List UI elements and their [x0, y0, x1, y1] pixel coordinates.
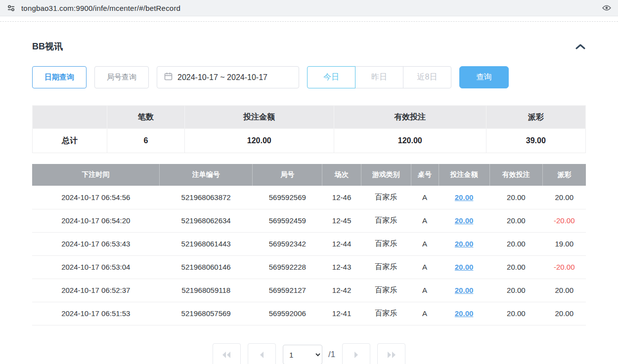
header-session: 场次	[322, 164, 361, 186]
eye-icon[interactable]	[602, 4, 611, 11]
summary-header-payout: 派彩	[486, 106, 585, 129]
session-cell: 12-45	[322, 209, 361, 232]
payout-cell: -20.00	[543, 209, 586, 232]
game-type-cell: 百家乐	[361, 186, 411, 209]
quick-range-group: 今日 昨日 近8日	[307, 66, 451, 88]
table-no-cell: A	[411, 279, 439, 302]
next-page-button[interactable]	[342, 343, 370, 364]
date-range-value: 2024-10-17 ~ 2024-10-17	[177, 73, 267, 82]
summary-valid-bet-value: 120.00	[334, 129, 486, 153]
table-row: 2024-10-17 06:54:20 521968062634 5695924…	[32, 209, 586, 232]
first-page-button[interactable]	[213, 343, 241, 364]
header-round-id: 局号	[253, 164, 322, 186]
page-total: /1	[328, 350, 335, 360]
prev-page-button[interactable]	[248, 343, 276, 364]
bet-time-cell: 2024-10-17 06:53:43	[32, 232, 160, 255]
header-valid-bet: 有效投注	[489, 164, 543, 186]
order-id-cell: 521968059118	[160, 279, 253, 302]
round-query-button[interactable]: 局号查询	[94, 66, 149, 88]
records-header-row: 下注时间 注单编号 局号 场次 游戏类别 桌号 投注金额 有效投注 派彩	[32, 164, 586, 186]
bet-time-cell: 2024-10-17 06:51:53	[32, 302, 160, 325]
bet-record-page: BB视讯 日期查询 局号查询 2024-10-17 ~ 2024-10-17 今…	[0, 40, 618, 364]
summary-bet-amount-value: 120.00	[184, 129, 334, 153]
table-row: 2024-10-17 06:53:43 521968061443 5695923…	[32, 232, 586, 255]
valid-bet-cell: 20.00	[489, 255, 543, 279]
session-cell: 12-44	[322, 232, 361, 255]
search-button[interactable]: 查询	[459, 66, 509, 88]
order-id-cell: 521968062634	[160, 209, 253, 232]
bet-amount-link[interactable]: 20.00	[439, 302, 489, 325]
last-page-button[interactable]	[377, 343, 405, 364]
separator	[0, 21, 618, 22]
session-cell: 12-46	[322, 186, 361, 209]
round-id-cell: 569592006	[253, 302, 322, 325]
summary-total-row: 总计 6 120.00 120.00 39.00	[33, 129, 586, 153]
table-no-cell: A	[411, 209, 439, 232]
game-type-cell: 百家乐	[361, 232, 411, 255]
session-cell: 12-42	[322, 279, 361, 302]
summary-table: 笔数 投注金额 有效投注 派彩 总计 6 120.00 120.00 39.00	[32, 105, 586, 153]
order-id-cell: 521968063872	[160, 186, 253, 209]
table-row: 2024-10-17 06:52:37 521968059118 5695921…	[32, 279, 586, 302]
page-select[interactable]: 1	[283, 345, 322, 364]
table-no-cell: A	[411, 302, 439, 325]
header-game-type: 游戏类别	[361, 164, 411, 186]
valid-bet-cell: 20.00	[489, 209, 543, 232]
round-id-cell: 569592459	[253, 209, 322, 232]
bet-time-cell: 2024-10-17 06:54:20	[32, 209, 160, 232]
game-type-cell: 百家乐	[361, 302, 411, 325]
summary-header-row: 笔数 投注金额 有效投注 派彩	[33, 106, 586, 129]
filter-toolbar: 日期查询 局号查询 2024-10-17 ~ 2024-10-17 今日 昨日 …	[32, 66, 586, 88]
header-order-id: 注单编号	[160, 164, 253, 186]
valid-bet-cell: 20.00	[489, 232, 543, 255]
header-bet-amount: 投注金额	[439, 164, 489, 186]
left-arrow-icon	[259, 351, 265, 359]
round-id-cell: 569592342	[253, 232, 322, 255]
payout-cell: -20.00	[543, 255, 586, 279]
bet-amount-link[interactable]: 20.00	[439, 279, 489, 302]
table-row: 2024-10-17 06:53:04 521968060146 5695922…	[32, 255, 586, 279]
bet-time-cell: 2024-10-17 06:52:37	[32, 279, 160, 302]
summary-count-value: 6	[107, 129, 185, 153]
round-id-cell: 569592228	[253, 255, 322, 279]
bet-amount-link[interactable]: 20.00	[439, 232, 489, 255]
summary-payout-value: 39.00	[486, 129, 585, 153]
table-row: 2024-10-17 06:54:56 521968063872 5695925…	[32, 186, 586, 209]
summary-header-blank	[33, 106, 107, 129]
url-text[interactable]: tongbao31.com:9900/infe/mcenter/#/betRec…	[21, 4, 596, 12]
bet-records-table: 下注时间 注单编号 局号 场次 游戏类别 桌号 投注金额 有效投注 派彩 202…	[32, 164, 586, 325]
summary-total-label: 总计	[33, 129, 107, 153]
browser-address-bar[interactable]: tongbao31.com:9900/infe/mcenter/#/betRec…	[0, 0, 618, 16]
double-left-arrow-icon	[221, 351, 232, 359]
payout-cell: 19.00	[543, 232, 586, 255]
bet-amount-link[interactable]: 20.00	[439, 186, 489, 209]
payout-cell: 20.00	[543, 186, 586, 209]
date-range-input[interactable]: 2024-10-17 ~ 2024-10-17	[157, 66, 299, 88]
summary-header-count: 笔数	[107, 106, 185, 129]
bet-amount-link[interactable]: 20.00	[439, 255, 489, 279]
header-bet-time: 下注时间	[32, 164, 160, 186]
double-right-arrow-icon	[386, 351, 397, 359]
header-payout: 派彩	[543, 164, 586, 186]
session-cell: 12-41	[322, 302, 361, 325]
table-no-cell: A	[411, 186, 439, 209]
order-id-cell: 521968057569	[160, 302, 253, 325]
today-button[interactable]: 今日	[307, 66, 355, 88]
bet-time-cell: 2024-10-17 06:53:04	[32, 255, 160, 279]
game-type-cell: 百家乐	[361, 279, 411, 302]
right-arrow-icon	[353, 351, 359, 359]
table-no-cell: A	[411, 232, 439, 255]
yesterday-button[interactable]: 昨日	[355, 66, 403, 88]
site-settings-icon[interactable]	[7, 4, 15, 12]
table-row: 2024-10-17 06:51:53 521968057569 5695920…	[32, 302, 586, 325]
pagination: 1 /1	[32, 343, 586, 364]
date-query-button[interactable]: 日期查询	[32, 66, 87, 88]
bet-amount-link[interactable]: 20.00	[439, 209, 489, 232]
game-type-cell: 百家乐	[361, 209, 411, 232]
round-id-cell: 569592569	[253, 186, 322, 209]
last-8-days-button[interactable]: 近8日	[403, 66, 451, 88]
summary-header-valid-bet: 有效投注	[334, 106, 486, 129]
game-type-cell: 百家乐	[361, 255, 411, 279]
collapse-chevron-icon[interactable]	[575, 43, 586, 49]
payout-cell: 20.00	[543, 302, 586, 325]
